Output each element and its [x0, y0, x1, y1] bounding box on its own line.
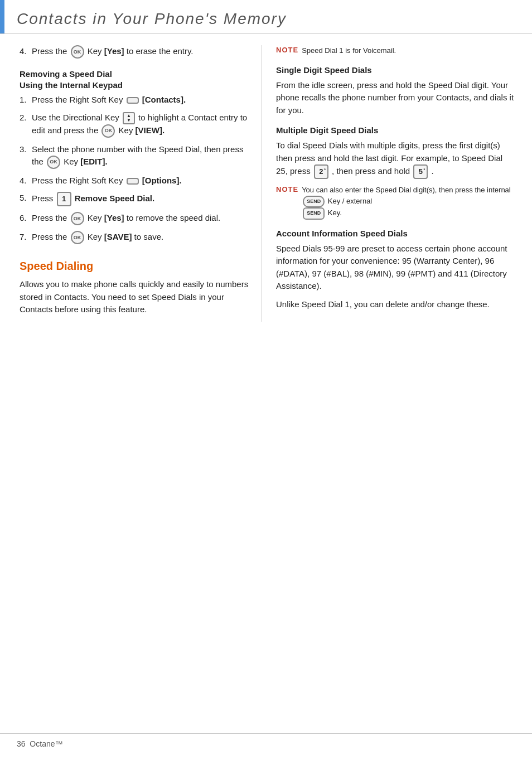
step-5: 5. Press 1 Remove Speed Dial.	[20, 192, 250, 206]
content-columns: 4. Press the OK Key [Yes] to erase the e…	[0, 34, 532, 322]
step-4-erase: 4. Press the OK Key [Yes] to erase the e…	[20, 45, 250, 59]
step-7-text: Press the OK Key [SAVE] to save.	[32, 231, 250, 244]
note-1-block: NOTE Speed Dial 1 is for Voicemail.	[276, 45, 515, 56]
ok-key-icon: OK	[71, 45, 84, 59]
right-column: NOTE Speed Dial 1 is for Voicemail. Sing…	[262, 45, 532, 322]
account-info-body2: Unlike Speed Dial 1, you can delete and/…	[276, 298, 515, 311]
key-5-sup: *	[424, 167, 425, 173]
directional-key-icon: ▲▼	[123, 112, 135, 124]
ok-key-icon-4: OK	[71, 212, 84, 225]
multiple-digit-heading: Multiple Digit Speed Dials	[276, 125, 515, 135]
note-2-internal: internal	[487, 186, 511, 194]
right-soft-key-icon-2	[127, 178, 139, 185]
left-accent-bar	[0, 0, 4, 33]
single-digit-body: From the idle screen, press and hold the…	[276, 79, 515, 117]
step-3-num: 3.	[20, 143, 32, 156]
ok-key-icon-2: OK	[101, 124, 115, 138]
page-header: Contacts in Your Phone's Memory	[0, 0, 532, 34]
step-2-text: Use the Directional Key ▲▼ to highlight …	[32, 112, 250, 138]
speed-dialing-body: Allows you to make phone calls quickly a…	[20, 278, 250, 316]
left-column: 4. Press the OK Key [Yes] to erase the e…	[0, 45, 262, 322]
step-5-text: Press 1 Remove Speed Dial.	[32, 192, 250, 206]
multiple-digit-body: To dial Speed Dials with multiple digits…	[276, 139, 515, 179]
note-2-label: NOTE	[276, 185, 298, 195]
right-soft-key-icon-1	[127, 97, 139, 104]
step-7: 7. Press the OK Key [SAVE] to save.	[20, 231, 250, 244]
key-5-digit-icon: 5*	[413, 164, 428, 179]
note-2-content: You can also enter the Speed Dial digit(…	[302, 185, 515, 220]
step-4-text: Press the OK Key [Yes] to erase the entr…	[32, 45, 250, 59]
single-digit-heading: Single Digit Speed Dials	[276, 65, 515, 75]
footer-page-num: 36	[17, 739, 26, 748]
key-2-digit-icon: 2*	[314, 164, 328, 179]
step-5-num: 5.	[20, 192, 32, 204]
send-key-internal-icon: SEND	[303, 196, 325, 208]
speed-dialing-heading: Speed Dialing	[20, 260, 250, 273]
step-4-options-num: 4.	[20, 175, 32, 187]
step-2: 2. Use the Directional Key ▲▼ to highlig…	[20, 112, 250, 138]
step-1-text: Press the Right Soft Key [Contacts].	[32, 94, 250, 106]
step-3: 3. Select the phone number with the Spee…	[20, 143, 250, 169]
page-footer: 36 Octane™	[0, 733, 532, 754]
step-3-text: Select the phone number with the Speed D…	[32, 143, 250, 169]
account-info-body: Speed Dials 95-99 are preset to access c…	[276, 243, 515, 293]
ok-key-icon-3: OK	[47, 156, 60, 169]
step-4-options: 4. Press the Right Soft Key [Options].	[20, 175, 250, 187]
ok-key-icon-5: OK	[71, 231, 84, 244]
page-title: Contacts in Your Phone's Memory	[17, 10, 515, 28]
footer-product: Octane™	[30, 739, 62, 748]
step-1-num: 1.	[20, 94, 32, 106]
step-6-text: Press the OK Key [Yes] to remove the spe…	[32, 212, 250, 225]
page-container: Contacts in Your Phone's Memory 4. Press…	[0, 0, 532, 765]
step-4-options-text: Press the Right Soft Key [Options].	[32, 175, 250, 187]
note-1-label: NOTE	[276, 45, 298, 56]
account-info-heading: Account Information Speed Dials	[276, 229, 515, 238]
step-6: 6. Press the OK Key [Yes] to remove the …	[20, 212, 250, 225]
step-1: 1. Press the Right Soft Key [Contacts].	[20, 94, 250, 106]
remove-section-heading: Removing a Speed Dial Using the Internal…	[20, 69, 250, 90]
key-2-sup: *	[324, 167, 326, 173]
step-4-num: 4.	[20, 45, 32, 57]
step-7-num: 7.	[20, 231, 32, 243]
key-1-icon: 1	[57, 192, 71, 206]
note-2-block: NOTE You can also enter the Speed Dial d…	[276, 185, 515, 220]
note-1-content: Speed Dial 1 is for Voicemail.	[302, 45, 515, 56]
step-2-num: 2.	[20, 112, 32, 124]
send-key-external-icon: SEND	[303, 207, 325, 220]
step-6-num: 6.	[20, 212, 32, 224]
